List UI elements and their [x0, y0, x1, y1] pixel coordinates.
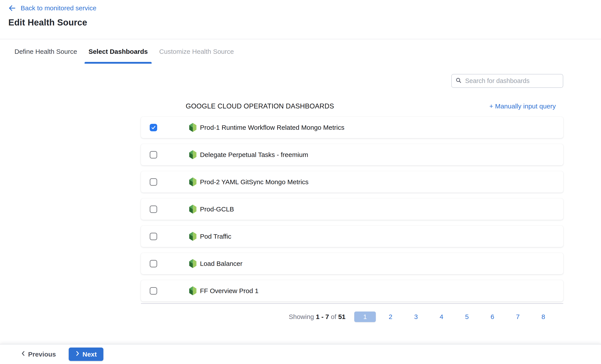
dashboard-name: Prod-2 YAML GitSync Mongo Metrics — [200, 178, 309, 186]
gcp-dashboard-hexagon-icon — [189, 232, 197, 241]
dashboard-name: Load Balancer — [200, 260, 242, 267]
row-checkbox[interactable] — [150, 260, 157, 267]
row-checkbox[interactable] — [150, 233, 157, 240]
tab-label: Define Health Source — [14, 48, 77, 55]
pagination-page-button[interactable]: 8 — [532, 312, 554, 322]
pagination-page-button[interactable]: 7 — [507, 312, 529, 322]
dashboard-row[interactable]: Load Balancer — [141, 253, 563, 274]
showing-prefix: Showing — [289, 313, 314, 320]
dashboard-name: FF Overview Prod 1 — [200, 287, 259, 295]
wizard-footer: Previous Next — [0, 344, 601, 364]
dashboard-name: Prod-1 Runtime Workflow Related Mongo Me… — [200, 124, 344, 131]
pagination: Showing 1 - 7 of 51 1 2 3 4 5 6 7 8 — [141, 309, 563, 324]
pagination-page-button[interactable]: 4 — [431, 312, 452, 322]
back-link-label: Back to monitored service — [21, 4, 96, 12]
dashboard-name: Pod Traffic — [200, 233, 231, 240]
back-to-monitored-service-link[interactable]: Back to monitored service — [8, 4, 96, 12]
gcp-dashboard-hexagon-icon — [189, 150, 197, 159]
pagination-page-button[interactable]: 2 — [380, 312, 401, 322]
dashboard-row[interactable]: FF Overview Prod 1 — [141, 280, 563, 302]
dashboard-search-box[interactable] — [451, 74, 563, 88]
gcp-dashboard-hexagon-icon — [189, 259, 197, 268]
dashboard-list: Prod-1 Runtime Workflow Related Mongo Me… — [141, 117, 563, 307]
manually-input-query-link[interactable]: + Manually input query — [489, 102, 556, 110]
arrow-left-icon — [8, 4, 16, 12]
dashboard-name: Delegate Perpetual Tasks - freemium — [200, 151, 308, 159]
tab-select-dashboards[interactable]: Select Dashboards — [88, 39, 148, 64]
pagination-page-button[interactable]: 6 — [481, 312, 503, 322]
chevron-left-icon — [21, 350, 25, 358]
list-bottom-divider — [141, 303, 563, 304]
chevron-right-icon — [75, 350, 80, 358]
next-button[interactable]: Next — [69, 348, 103, 361]
previous-button-label: Previous — [28, 351, 56, 358]
row-checkbox[interactable] — [150, 205, 157, 213]
dashboard-row[interactable]: Delegate Perpetual Tasks - freemium — [141, 144, 563, 165]
next-button-label: Next — [82, 351, 97, 358]
pagination-page-button[interactable]: 5 — [456, 312, 478, 322]
of-label: of — [331, 313, 336, 320]
gcp-dashboard-hexagon-icon — [189, 205, 197, 214]
wizard-tabbar: Define Health Source Select Dashboards C… — [0, 39, 601, 64]
dashboard-name: Prod-GCLB — [200, 205, 234, 213]
tab-customize-health-source[interactable]: Customize Health Source — [159, 39, 234, 64]
gcp-dashboard-hexagon-icon — [189, 177, 197, 186]
pagination-page-button[interactable]: 1 — [354, 312, 376, 322]
row-checkbox[interactable] — [150, 287, 157, 295]
tab-label: Customize Health Source — [159, 48, 234, 55]
dashboard-group-heading: GOOGLE CLOUD OPERATION DASHBOARDS — [186, 102, 334, 110]
page-title: Edit Health Source — [8, 18, 87, 27]
tab-define-health-source[interactable]: Define Health Source — [14, 39, 78, 64]
select-dashboards-panel: GOOGLE CLOUD OPERATION DASHBOARDS + Manu… — [0, 64, 601, 344]
tab-label: Select Dashboards — [89, 48, 148, 55]
gcp-dashboard-hexagon-icon — [189, 286, 197, 295]
gcp-dashboard-hexagon-icon — [189, 123, 197, 132]
dashboard-row[interactable]: Prod-2 YAML GitSync Mongo Metrics — [141, 171, 563, 192]
showing-range: 1 - 7 — [316, 313, 329, 320]
showing-total: 51 — [338, 313, 345, 320]
dashboard-row[interactable]: Prod-GCLB — [141, 198, 563, 220]
search-input[interactable] — [465, 77, 559, 84]
dashboard-row[interactable]: Pod Traffic — [141, 226, 563, 247]
search-icon — [456, 78, 462, 84]
pagination-summary: Showing 1 - 7 of 51 — [289, 313, 345, 321]
page-header: Back to monitored service Edit Health So… — [0, 0, 601, 39]
dashboard-row[interactable]: Prod-1 Runtime Workflow Related Mongo Me… — [141, 117, 563, 138]
pagination-page-button[interactable]: 3 — [405, 312, 427, 322]
checkmark-icon — [151, 125, 156, 130]
row-checkbox[interactable] — [150, 124, 157, 131]
dashboard-list-header: GOOGLE CLOUD OPERATION DASHBOARDS + Manu… — [141, 101, 563, 111]
row-checkbox[interactable] — [150, 151, 157, 159]
row-checkbox[interactable] — [150, 178, 157, 186]
previous-button[interactable]: Previous — [21, 350, 56, 358]
